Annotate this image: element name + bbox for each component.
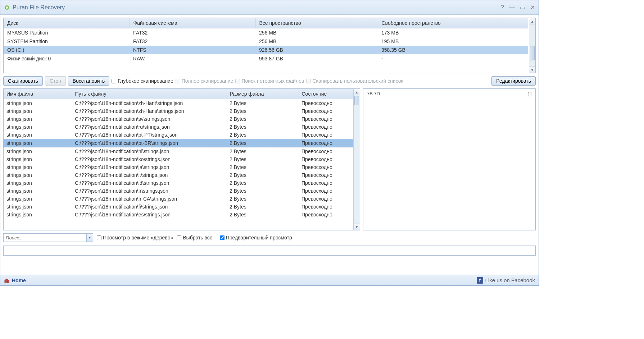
files-col-size[interactable]: Размер файла (227, 89, 299, 99)
maximize-icon[interactable]: ▭ (520, 4, 525, 11)
facebook-link[interactable]: Like us on Facebook (485, 277, 535, 283)
files-col-state[interactable]: Состояние (299, 89, 360, 99)
footer: Home f Like us on Facebook (0, 275, 539, 285)
deep-scan-checkbox[interactable]: Глубокое сканирование (112, 78, 173, 84)
preview-panel: 7B 7D { } (363, 88, 536, 230)
status-bar-input[interactable] (3, 246, 536, 256)
full-scan-checkbox: Полное сканирование (176, 78, 233, 84)
disk-scrollbar[interactable]: ▲ ▼ (529, 18, 535, 73)
scroll-down-icon[interactable]: ▼ (354, 224, 360, 230)
window-title: Puran File Recovery (13, 4, 501, 11)
file-row[interactable]: strings.jsonC:\???\json\i18n-notificatio… (4, 203, 360, 211)
toolbar: Сканировать Стоп Восстановить Глубокое с… (3, 76, 536, 86)
preview-ascii: { } (392, 91, 532, 228)
files-col-name[interactable]: Имя файла (4, 89, 72, 99)
disk-col-name[interactable]: Диск (4, 18, 130, 28)
facebook-icon[interactable]: f (477, 277, 483, 284)
home-icon (4, 278, 10, 283)
file-row[interactable]: strings.jsonC:\???\json\i18n-notificatio… (4, 171, 360, 179)
file-row[interactable]: strings.jsonC:\???\json\i18n-notificatio… (4, 139, 360, 147)
files-table[interactable]: Имя файла Путь к файлу Размер файла Сост… (4, 89, 360, 219)
file-row[interactable]: strings.jsonC:\???\json\i18n-notificatio… (4, 123, 360, 131)
file-row[interactable]: strings.jsonC:\???\json\i18n-notificatio… (4, 163, 360, 171)
disk-list-panel: Диск Файловая система Все пространство С… (3, 18, 536, 73)
app-icon (4, 5, 10, 10)
preview-hex: 7B 7D (367, 91, 392, 228)
titlebar: Puran File Recovery ? — ▭ ✕ (0, 0, 539, 15)
scroll-up-icon[interactable]: ▲ (529, 18, 535, 24)
file-row[interactable]: strings.jsonC:\???\json\i18n-notificatio… (4, 187, 360, 195)
disk-col-total[interactable]: Все пространство (255, 18, 378, 28)
dropdown-icon[interactable]: ▼ (86, 234, 93, 242)
app-window: Puran File Recovery ? — ▭ ✕ Диск Файлова… (0, 0, 539, 286)
select-all-checkbox[interactable]: Выбрать все (177, 235, 212, 240)
preview-checkbox[interactable]: Предварительный просмотр (220, 235, 292, 240)
disk-table[interactable]: Диск Файловая система Все пространство С… (4, 18, 528, 63)
file-row[interactable]: strings.jsonC:\???\json\i18n-notificatio… (4, 155, 360, 163)
recover-button[interactable]: Восстановить (68, 76, 110, 86)
home-link[interactable]: Home (12, 278, 26, 283)
disk-row[interactable]: SYSTEM PartitionFAT32256 MB195 MB (4, 37, 528, 46)
scroll-down-icon[interactable]: ▼ (529, 67, 535, 73)
disk-col-free[interactable]: Свободное пространство (378, 18, 528, 28)
file-row[interactable]: strings.jsonC:\???\json\i18n-notificatio… (4, 107, 360, 115)
find-lost-checkbox: Поиск потерянных файлов (235, 78, 304, 84)
disk-row[interactable]: Физический диск 0RAW953.87 GB- (4, 54, 528, 63)
disk-row[interactable]: OS (C:)NTFS926.56 GB358.35 GB (4, 46, 528, 54)
scan-custom-checkbox: Сканировать пользовательский список (306, 78, 403, 84)
file-row[interactable]: strings.jsonC:\???\json\i18n-notificatio… (4, 131, 360, 139)
files-col-path[interactable]: Путь к файлу (72, 89, 227, 99)
file-row[interactable]: strings.jsonC:\???\json\i18n-notificatio… (4, 147, 360, 156)
file-row[interactable]: strings.jsonC:\???\json\i18n-notificatio… (4, 195, 360, 203)
files-panel: Имя файла Путь к файлу Размер файла Сост… (3, 88, 360, 230)
help-icon[interactable]: ? (501, 4, 504, 11)
tree-view-checkbox[interactable]: Просмотр в режиме «дерево» (97, 235, 173, 240)
disk-col-fs[interactable]: Файловая система (130, 18, 255, 28)
disk-row[interactable]: MYASUS PartitionFAT32256 MB173 MB (4, 28, 528, 37)
svg-point-1 (6, 6, 8, 9)
close-icon[interactable]: ✕ (530, 4, 535, 11)
scroll-thumb[interactable] (530, 46, 535, 60)
files-scrollbar[interactable]: ▲ ▼ (353, 89, 360, 230)
file-row[interactable]: strings.jsonC:\???\json\i18n-notificatio… (4, 99, 360, 107)
file-row[interactable]: strings.jsonC:\???\json\i18n-notificatio… (4, 211, 360, 219)
file-row[interactable]: strings.jsonC:\???\json\i18n-notificatio… (4, 115, 360, 123)
scroll-up-icon[interactable]: ▲ (354, 89, 360, 95)
search-combo[interactable]: ▼ (3, 233, 93, 242)
bottom-toolbar: ▼ Просмотр в режиме «дерево» Выбрать все… (3, 233, 536, 242)
minimize-icon[interactable]: — (509, 4, 515, 11)
file-row[interactable]: strings.jsonC:\???\json\i18n-notificatio… (4, 179, 360, 187)
search-input[interactable] (4, 234, 86, 241)
edit-button[interactable]: Редактировать (491, 76, 536, 86)
scan-button[interactable]: Сканировать (3, 76, 43, 86)
stop-button: Стоп (45, 76, 66, 86)
scroll-thumb[interactable] (354, 96, 359, 105)
